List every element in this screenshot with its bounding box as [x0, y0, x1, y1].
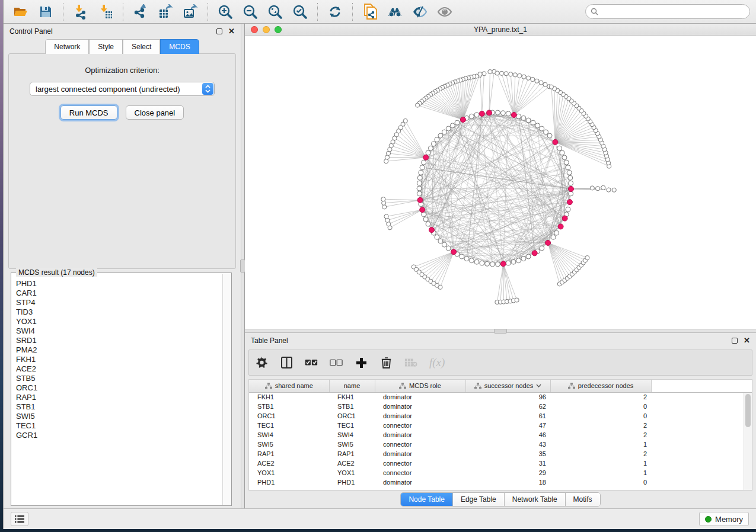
- table-cell-successor-nodes[interactable]: 96: [465, 392, 550, 402]
- network-node[interactable]: [521, 257, 526, 261]
- column-header-predecessor-nodes[interactable]: predecessor nodes: [550, 380, 651, 392]
- table-row[interactable]: PHD1PHD1dominator180: [249, 477, 752, 487]
- network-leaf-node[interactable]: [381, 197, 385, 201]
- search-network-icon[interactable]: [385, 3, 405, 21]
- network-hub-node[interactable]: [451, 249, 457, 255]
- network-node[interactable]: [450, 123, 455, 128]
- table-cell-successor-nodes[interactable]: 47: [465, 421, 550, 430]
- table-cell-successor-nodes[interactable]: 46: [465, 430, 550, 440]
- tab-network-table[interactable]: Network Table: [505, 493, 566, 506]
- table-cell-mcds-role[interactable]: dominator: [375, 392, 465, 402]
- table-row[interactable]: STB1STB1dominator620: [249, 402, 752, 411]
- network-node[interactable]: [446, 246, 451, 251]
- network-node[interactable]: [464, 257, 469, 261]
- network-node[interactable]: [516, 114, 521, 118]
- table-cell-mcds-role[interactable]: connector: [375, 459, 465, 468]
- network-node[interactable]: [566, 207, 570, 211]
- mcds-result-item[interactable]: SWI5: [16, 412, 222, 421]
- network-canvas[interactable]: [245, 36, 756, 329]
- network-hub-node[interactable]: [567, 200, 572, 205]
- network-leaf-node[interactable]: [509, 72, 513, 76]
- gear-icon[interactable]: [255, 356, 268, 369]
- export-network-icon[interactable]: [130, 3, 151, 21]
- table-cell-shared-name[interactable]: ORC1: [249, 411, 329, 421]
- delete-column-icon[interactable]: [379, 356, 393, 369]
- network-node[interactable]: [420, 165, 425, 170]
- network-leaf-node[interactable]: [522, 75, 526, 79]
- network-node[interactable]: [562, 155, 567, 160]
- new-network-from-selection-icon[interactable]: [360, 3, 380, 21]
- hide-details-icon[interactable]: [410, 3, 430, 21]
- search-field[interactable]: [585, 4, 750, 19]
- network-hub-node[interactable]: [417, 197, 423, 203]
- network-leaf-node[interactable]: [382, 205, 387, 209]
- table-row[interactable]: YOX1YOX1connector291: [249, 468, 752, 477]
- delete-table-icon[interactable]: [404, 356, 417, 369]
- table-cell-mcds-role[interactable]: dominator: [375, 411, 465, 421]
- table-cell-mcds-role[interactable]: dominator: [375, 430, 465, 440]
- table-cell-name[interactable]: YOX1: [329, 468, 375, 477]
- table-cell-shared-name[interactable]: FKH1: [249, 392, 329, 402]
- table-cell-predecessor-nodes[interactable]: 2: [550, 449, 651, 459]
- network-hub-node[interactable]: [420, 207, 425, 213]
- network-leaf-node[interactable]: [585, 256, 589, 260]
- network-node[interactable]: [516, 258, 521, 263]
- network-node[interactable]: [435, 137, 439, 142]
- horizontal-splitter[interactable]: [245, 329, 756, 333]
- table-row[interactable]: ORC1ORC1dominator610: [249, 411, 752, 421]
- table-cell-shared-name[interactable]: RAP1: [249, 449, 329, 459]
- table-row[interactable]: ACE2ACE2connector311: [249, 459, 752, 468]
- network-hub-node[interactable]: [460, 117, 465, 123]
- network-leaf-node[interactable]: [513, 73, 517, 77]
- network-node[interactable]: [567, 170, 572, 175]
- table-cell-successor-nodes[interactable]: 29: [465, 468, 550, 477]
- network-hub-node[interactable]: [511, 113, 516, 118]
- network-leaf-node[interactable]: [539, 81, 543, 85]
- mcds-result-item[interactable]: PMA2: [16, 345, 222, 355]
- network-node[interactable]: [474, 259, 479, 264]
- refresh-layout-icon[interactable]: [325, 3, 345, 21]
- network-node[interactable]: [455, 120, 460, 125]
- network-node[interactable]: [417, 191, 422, 196]
- mcds-result-item[interactable]: CAR1: [16, 289, 222, 298]
- mcds-result-item[interactable]: PHD1: [16, 279, 222, 289]
- network-node[interactable]: [485, 261, 490, 266]
- mcds-result-item[interactable]: RAP1: [16, 393, 222, 402]
- run-mcds-button[interactable]: Run MCDS: [60, 105, 117, 120]
- network-node[interactable]: [521, 116, 526, 120]
- network-hub-node[interactable]: [569, 186, 574, 191]
- network-hub-node[interactable]: [532, 251, 537, 256]
- zoom-out-icon[interactable]: [240, 3, 260, 21]
- network-node[interactable]: [568, 175, 573, 180]
- table-cell-name[interactable]: PHD1: [329, 477, 375, 487]
- network-hub-node[interactable]: [562, 216, 567, 221]
- close-panel-icon[interactable]: ✕: [744, 338, 750, 344]
- table-cell-name[interactable]: RAP1: [329, 449, 375, 459]
- table-cell-shared-name[interactable]: SWI4: [249, 430, 329, 440]
- show-details-icon[interactable]: [435, 3, 455, 21]
- table-cell-predecessor-nodes[interactable]: 1: [550, 440, 651, 449]
- table-cell-name[interactable]: STB1: [329, 402, 375, 411]
- network-hub-node[interactable]: [558, 224, 563, 229]
- memory-button[interactable]: Memory: [699, 512, 749, 526]
- add-column-icon[interactable]: [355, 356, 368, 369]
- network-leaf-node[interactable]: [495, 71, 499, 75]
- mcds-result-item[interactable]: FKH1: [16, 355, 222, 364]
- deselect-all-icon[interactable]: [330, 356, 343, 369]
- select-all-icon[interactable]: [305, 356, 318, 369]
- network-node[interactable]: [490, 262, 495, 267]
- mcds-result-item[interactable]: STB5: [16, 374, 222, 383]
- network-node[interactable]: [526, 254, 531, 259]
- network-node[interactable]: [438, 133, 443, 138]
- network-leaf-node[interactable]: [478, 72, 482, 76]
- network-node[interactable]: [417, 175, 422, 180]
- mcds-result-item[interactable]: STP4: [16, 298, 222, 307]
- network-node[interactable]: [426, 150, 430, 155]
- table-cell-shared-name[interactable]: ACE2: [249, 459, 329, 468]
- table-cell-name[interactable]: TEC1: [329, 421, 375, 430]
- result-scrollbar[interactable]: [222, 274, 231, 505]
- network-node[interactable]: [560, 150, 564, 155]
- table-cell-shared-name[interactable]: TEC1: [249, 421, 329, 430]
- network-leaf-node[interactable]: [518, 73, 522, 78]
- network-node[interactable]: [417, 181, 422, 185]
